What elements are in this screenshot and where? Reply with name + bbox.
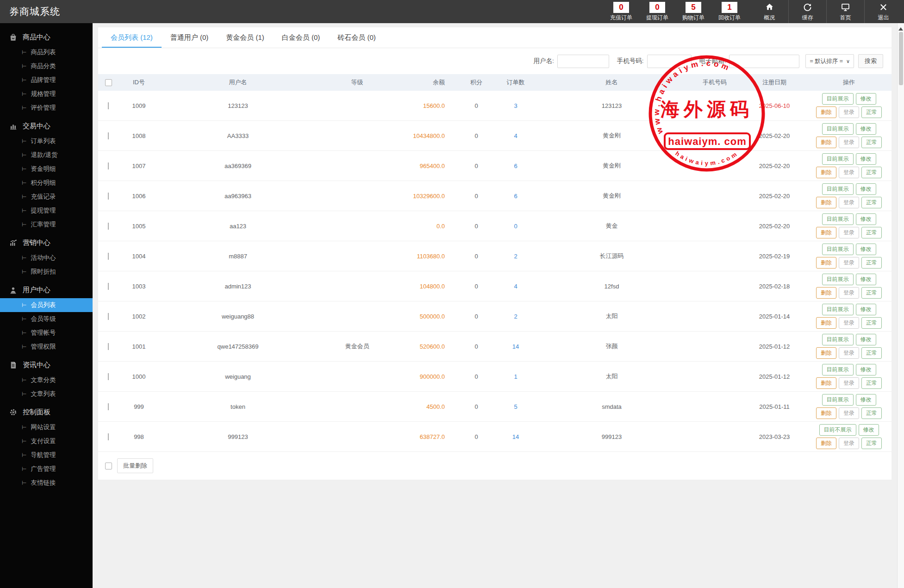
sidebar-item[interactable]: ⊢充值记录 xyxy=(0,190,93,204)
sidebar-item[interactable]: ⊢资金明细 xyxy=(0,162,93,176)
row-checkbox[interactable] xyxy=(108,253,109,260)
login-button[interactable]: 登录 xyxy=(839,377,859,389)
batch-select-checkbox[interactable] xyxy=(105,463,112,469)
display-toggle-button[interactable]: 目前展示 xyxy=(822,394,854,406)
status-normal-button[interactable]: 正常 xyxy=(861,377,882,389)
edit-button[interactable]: 修改 xyxy=(856,364,876,375)
login-button[interactable]: 登录 xyxy=(839,197,859,208)
display-toggle-button[interactable]: 目前展示 xyxy=(822,213,854,225)
display-toggle-button[interactable]: 目前展示 xyxy=(822,123,854,135)
row-orders-link[interactable]: 5 xyxy=(514,403,517,410)
row-checkbox[interactable] xyxy=(108,132,109,139)
edit-button[interactable]: 修改 xyxy=(856,123,876,135)
username-input[interactable] xyxy=(557,55,609,68)
display-toggle-button[interactable]: 目前展示 xyxy=(822,93,854,105)
status-normal-button[interactable]: 正常 xyxy=(861,317,882,329)
edit-button[interactable]: 修改 xyxy=(856,394,876,406)
sidebar-item[interactable]: ⊢支付设置 xyxy=(0,434,93,448)
display-toggle-button[interactable]: 目前展示 xyxy=(822,364,854,375)
tab-gold-members[interactable]: 黄金会员 (1) xyxy=(217,27,273,48)
sidebar-item[interactable]: ⊢积分明细 xyxy=(0,176,93,190)
sidebar-item[interactable]: ⊢网站设置 xyxy=(0,420,93,434)
row-checkbox[interactable] xyxy=(108,313,109,320)
display-toggle-button[interactable]: 目前展示 xyxy=(822,304,854,315)
delete-button[interactable]: 删除 xyxy=(816,257,836,269)
tab-member-list[interactable]: 会员列表 (12) xyxy=(102,27,162,48)
delete-button[interactable]: 删除 xyxy=(816,106,836,118)
row-checkbox[interactable] xyxy=(108,223,109,230)
delete-button[interactable]: 删除 xyxy=(816,407,836,419)
batch-delete-button[interactable]: 批量删除 xyxy=(117,458,153,473)
row-checkbox[interactable] xyxy=(108,373,109,380)
edit-button[interactable]: 修改 xyxy=(856,153,876,165)
row-orders-link[interactable]: 14 xyxy=(512,433,519,440)
order-badge[interactable]: 5购物订单 xyxy=(675,0,711,23)
sidebar-item[interactable]: ⊢广告管理 xyxy=(0,462,93,476)
row-checkbox[interactable] xyxy=(108,343,109,350)
overview-button[interactable]: 概况 xyxy=(750,0,788,23)
delete-button[interactable]: 删除 xyxy=(816,377,836,389)
row-orders-link[interactable]: 6 xyxy=(514,163,517,169)
row-orders-link[interactable]: 2 xyxy=(514,253,517,260)
status-normal-button[interactable]: 正常 xyxy=(861,257,882,269)
sidebar-item[interactable]: ⊢管理权限 xyxy=(0,340,93,354)
login-button[interactable]: 登录 xyxy=(839,167,859,178)
row-checkbox[interactable] xyxy=(108,283,109,290)
row-checkbox[interactable] xyxy=(108,193,109,200)
order-badge[interactable]: 0提现订单 xyxy=(639,0,675,23)
row-checkbox[interactable] xyxy=(108,102,109,109)
delete-button[interactable]: 删除 xyxy=(816,317,836,329)
login-button[interactable]: 登录 xyxy=(839,347,859,359)
phone-input[interactable] xyxy=(647,55,692,68)
delete-button[interactable]: 删除 xyxy=(816,287,836,299)
sidebar-section[interactable]: 交易中心 xyxy=(0,115,93,134)
email-input[interactable] xyxy=(729,55,799,68)
login-button[interactable]: 登录 xyxy=(839,137,859,148)
sidebar-item[interactable]: ⊢限时折扣 xyxy=(0,265,93,279)
cache-button[interactable]: 缓存 xyxy=(788,0,826,23)
display-toggle-button[interactable]: 目前展示 xyxy=(822,153,854,165)
display-toggle-button[interactable]: 目前不展示 xyxy=(819,424,856,436)
sidebar-item[interactable]: ⊢文章分类 xyxy=(0,373,93,387)
sidebar-item[interactable]: ⊢汇率管理 xyxy=(0,218,93,231)
sidebar-section[interactable]: 营销中心 xyxy=(0,231,93,251)
edit-button[interactable]: 修改 xyxy=(856,183,876,195)
display-toggle-button[interactable]: 目前展示 xyxy=(822,274,854,285)
vertical-scrollbar[interactable] xyxy=(897,23,904,588)
login-button[interactable]: 登录 xyxy=(839,257,859,269)
scroll-up-arrow-icon[interactable] xyxy=(898,25,903,31)
homepage-button[interactable]: 首页 xyxy=(826,0,864,23)
sidebar-item[interactable]: ⊢活动中心 xyxy=(0,251,93,265)
sidebar-item[interactable]: ⊢订单列表 xyxy=(0,134,93,148)
sidebar-item[interactable]: ⊢会员等级 xyxy=(0,312,93,326)
delete-button[interactable]: 删除 xyxy=(816,197,836,208)
login-button[interactable]: 登录 xyxy=(839,106,859,118)
status-normal-button[interactable]: 正常 xyxy=(861,167,882,178)
login-button[interactable]: 登录 xyxy=(839,287,859,299)
order-badge[interactable]: 0充值订单 xyxy=(603,0,639,23)
edit-button[interactable]: 修改 xyxy=(856,93,876,105)
status-normal-button[interactable]: 正常 xyxy=(861,106,882,118)
sidebar-item[interactable]: ⊢导航管理 xyxy=(0,448,93,462)
edit-button[interactable]: 修改 xyxy=(856,213,876,225)
edit-button[interactable]: 修改 xyxy=(859,424,879,436)
status-normal-button[interactable]: 正常 xyxy=(861,438,882,449)
delete-button[interactable]: 删除 xyxy=(816,137,836,148)
sidebar-item[interactable]: ⊢退款/退货 xyxy=(0,148,93,162)
search-button[interactable]: 搜索 xyxy=(858,54,883,68)
status-normal-button[interactable]: 正常 xyxy=(861,347,882,359)
login-button[interactable]: 登录 xyxy=(839,438,859,449)
status-normal-button[interactable]: 正常 xyxy=(861,287,882,299)
row-orders-link[interactable]: 4 xyxy=(514,283,517,290)
select-all-checkbox[interactable] xyxy=(105,79,112,86)
sidebar-section[interactable]: 用户中心 xyxy=(0,279,93,298)
sidebar-item[interactable]: ⊢评价管理 xyxy=(0,101,93,115)
status-normal-button[interactable]: 正常 xyxy=(861,137,882,148)
status-normal-button[interactable]: 正常 xyxy=(861,197,882,208)
tab-diamond-members[interactable]: 砖石会员 (0) xyxy=(329,27,385,48)
tab-platinum-members[interactable]: 白金会员 (0) xyxy=(273,27,329,48)
sidebar-item[interactable]: ⊢商品分类 xyxy=(0,59,93,73)
display-toggle-button[interactable]: 目前展示 xyxy=(822,244,854,255)
row-checkbox[interactable] xyxy=(108,403,109,410)
row-orders-link[interactable]: 1 xyxy=(514,373,517,380)
